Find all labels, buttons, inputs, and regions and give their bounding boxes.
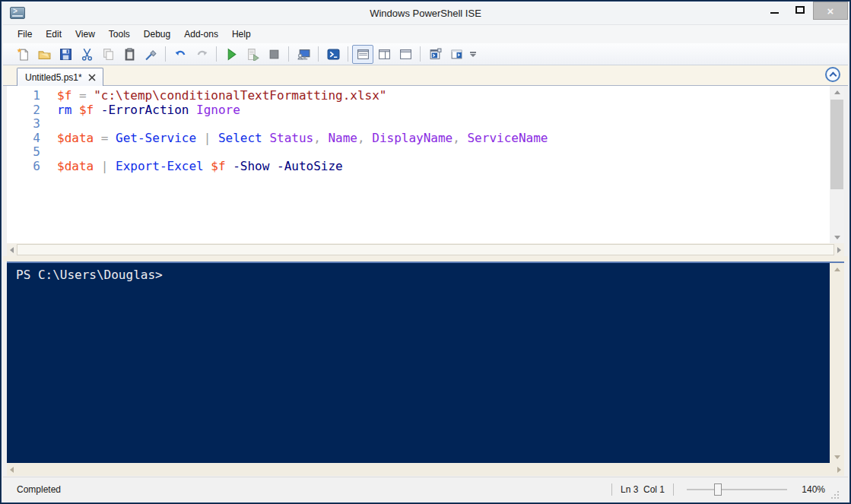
new-script-icon[interactable] <box>12 45 33 64</box>
code-text: $f = "c:\temp\conditionalTextFormatting.… <box>57 89 386 103</box>
code-text: $data | Export-Excel $f -Show -AutoSize <box>57 160 343 174</box>
tab-strip: Untitled5.ps1* <box>3 65 848 86</box>
toolbar-separator <box>420 46 421 62</box>
scroll-left-icon[interactable] <box>10 247 14 253</box>
scroll-up-icon[interactable] <box>830 86 844 98</box>
console-pane: PS C:\Users\Douglas> <box>7 262 844 463</box>
new-remote-powershell-tab-icon[interactable] <box>293 45 314 64</box>
line-number: 3 <box>7 117 57 132</box>
open-script-icon[interactable] <box>33 45 55 64</box>
line-number: 5 <box>7 145 57 160</box>
line-number: 6 <box>7 160 57 174</box>
scroll-up-icon[interactable] <box>830 263 844 275</box>
stop-operation-icon[interactable] <box>263 45 284 64</box>
redo-icon[interactable] <box>191 45 212 64</box>
code-line: 5 <box>7 145 830 160</box>
line-number: 4 <box>7 132 57 146</box>
pane-splitter[interactable] <box>3 256 848 262</box>
console-input-area[interactable]: PS C:\Users\Douglas> <box>7 263 830 463</box>
toolbar <box>3 43 848 65</box>
undo-icon[interactable] <box>170 45 191 64</box>
code-line: 4$data = Get-Service | Select Status, Na… <box>7 132 830 146</box>
menu-tools[interactable]: Tools <box>102 26 137 43</box>
resize-grip-icon[interactable] <box>830 490 839 499</box>
zoom-slider-track[interactable] <box>687 489 787 490</box>
toolbar-separator <box>348 46 348 62</box>
save-script-icon[interactable] <box>55 45 76 64</box>
tab-close-icon[interactable] <box>87 73 97 82</box>
collapse-script-pane-button[interactable] <box>825 67 840 82</box>
toolbar-separator <box>318 46 319 62</box>
cut-icon[interactable] <box>76 45 97 64</box>
tab-label: Untitled5.ps1* <box>25 72 82 83</box>
scroll-down-icon[interactable] <box>830 451 844 463</box>
menu-help[interactable]: Help <box>225 26 258 43</box>
powershell-ise-window: Windows PowerShell ISE × File Edit View … <box>0 0 851 504</box>
show-script-pane-top-icon[interactable] <box>352 45 373 64</box>
line-number: 1 <box>7 89 57 103</box>
window-title: Windows PowerShell ISE <box>3 8 848 19</box>
show-script-pane-right-icon[interactable] <box>373 45 395 64</box>
toolbar-separator <box>165 46 166 62</box>
code-line: 6$data | Export-Excel $f -Show -AutoSize <box>7 160 830 174</box>
code-text: rm $f -ErrorAction Ignore <box>57 103 240 118</box>
console-vertical-scrollbar[interactable] <box>830 263 844 463</box>
zoom-slider[interactable] <box>687 483 787 496</box>
code-line: 1$f = "c:\temp\conditionalTextFormatting… <box>7 89 830 103</box>
status-right-cluster: Ln 3 Col 1 140% <box>603 480 840 499</box>
scroll-right-icon[interactable] <box>837 247 841 253</box>
code-text <box>57 145 65 160</box>
new-powershell-tab-icon[interactable] <box>424 45 446 64</box>
editor-vertical-scrollbar[interactable] <box>830 86 844 243</box>
scroll-right-icon[interactable] <box>837 467 841 473</box>
menu-edit[interactable]: Edit <box>39 26 68 43</box>
code-line: 2rm $f -ErrorAction Ignore <box>7 103 830 118</box>
chevron-up-icon <box>829 72 837 80</box>
status-text: Completed <box>17 484 61 495</box>
menu-debug[interactable]: Debug <box>137 26 177 43</box>
scrollbar-thumb[interactable] <box>830 100 843 189</box>
zoom-level: 140% <box>796 484 825 495</box>
scroll-down-icon[interactable] <box>830 231 844 243</box>
scrollbar-thumb[interactable] <box>17 244 834 255</box>
title-bar: Windows PowerShell ISE × <box>3 2 848 24</box>
editor-horizontal-scrollbar[interactable] <box>7 243 844 256</box>
menu-add-ons[interactable]: Add-ons <box>177 26 225 43</box>
menu-view[interactable]: View <box>68 26 102 43</box>
tab-untitled5[interactable]: Untitled5.ps1* <box>17 68 103 86</box>
toolbar-separator <box>288 46 289 62</box>
clear-console-pane-icon[interactable] <box>140 45 161 64</box>
show-script-pane-maximized-icon[interactable] <box>395 45 416 64</box>
run-selection-icon[interactable] <box>242 45 263 64</box>
script-editor-pane: 1$f = "c:\temp\conditionalTextFormatting… <box>7 86 844 243</box>
status-separator <box>673 483 674 496</box>
run-script-icon[interactable] <box>221 45 242 64</box>
zoom-slider-thumb[interactable] <box>714 483 722 496</box>
line-col-indicator: Ln 3 Col 1 <box>621 484 665 495</box>
console-prompt: PS C:\Users\Douglas> <box>16 268 163 282</box>
console-horizontal-scrollbar[interactable] <box>7 463 844 476</box>
toolbar-separator <box>216 46 217 62</box>
scroll-left-icon[interactable] <box>10 467 14 473</box>
status-bar: Completed Ln 3 Col 1 140% <box>3 477 848 501</box>
close-powershell-tab-icon[interactable] <box>446 45 467 64</box>
paste-icon[interactable] <box>119 45 140 64</box>
start-powershell-icon[interactable] <box>322 45 344 64</box>
menu-file[interactable]: File <box>11 26 39 43</box>
toolbar-overflow-icon[interactable] <box>470 52 476 57</box>
code-line: 3 <box>7 117 830 132</box>
code-lines[interactable]: 1$f = "c:\temp\conditionalTextFormatting… <box>7 86 830 243</box>
copy-icon[interactable] <box>97 45 119 64</box>
code-text: $data = Get-Service | Select Status, Nam… <box>57 132 548 146</box>
menu-bar: File Edit View Tools Debug Add-ons Help <box>3 24 848 43</box>
line-number: 2 <box>7 103 57 118</box>
status-separator <box>611 483 612 496</box>
code-text <box>57 117 65 132</box>
